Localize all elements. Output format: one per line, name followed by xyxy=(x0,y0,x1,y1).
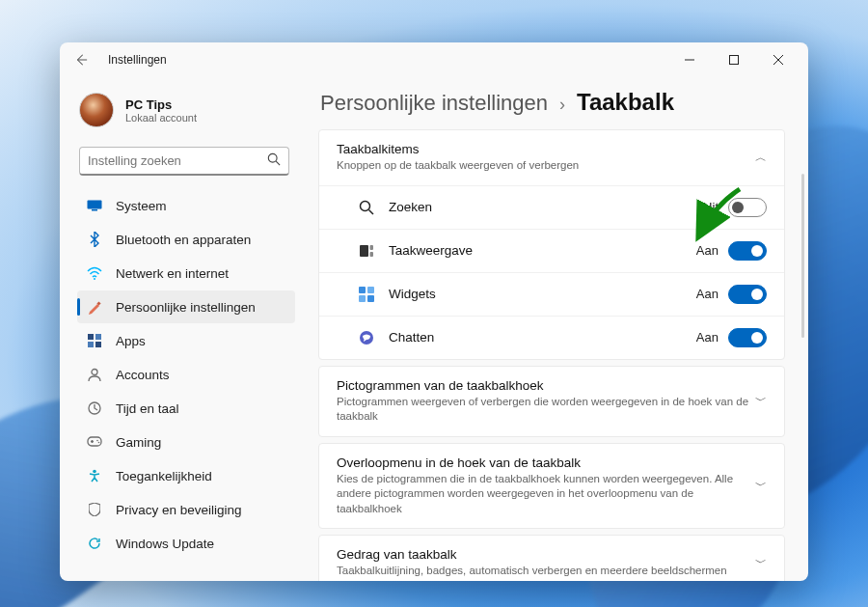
toggle-label: Widgets xyxy=(389,287,696,301)
section-title: Taakbalkitems xyxy=(337,142,755,156)
bluetooth-icon xyxy=(87,232,102,247)
svg-line-5 xyxy=(276,161,280,165)
nav-item-time[interactable]: Tijd en taal xyxy=(77,392,295,425)
section-header-corner-icons[interactable]: Pictogrammen van de taakbalkhoek Pictogr… xyxy=(319,367,784,436)
maximize-icon xyxy=(729,55,739,65)
side-panel: PC Tips Lokaal account SysteemBluetooth … xyxy=(60,77,303,581)
nav-item-personalization[interactable]: Persoonlijke instellingen xyxy=(77,290,295,323)
chevron-up-icon: ︿ xyxy=(755,150,767,166)
nav-item-gaming[interactable]: Gaming xyxy=(77,426,295,458)
back-button[interactable] xyxy=(68,46,95,73)
toggle-label: Taakweergave xyxy=(389,243,696,258)
svg-point-4 xyxy=(268,153,277,162)
nav-item-label: Gaming xyxy=(116,435,161,450)
chat-icon xyxy=(358,329,375,346)
profile-block[interactable]: PC Tips Lokaal account xyxy=(77,85,295,143)
chevron-right-icon: › xyxy=(559,95,565,115)
profile-name: PC Tips xyxy=(125,97,197,112)
svg-rect-6 xyxy=(88,201,102,209)
toggle-row-chat: Chatten Aan xyxy=(319,316,784,359)
nav-item-accounts[interactable]: Accounts xyxy=(77,358,295,391)
toggle-state-text: Aan xyxy=(696,330,719,345)
toggle-state-text: Uit xyxy=(703,200,719,214)
breadcrumb-parent[interactable]: Persoonlijke instellingen xyxy=(320,91,548,116)
nav-item-accessibility[interactable]: Toegankelijkheid xyxy=(77,459,295,492)
svg-rect-25 xyxy=(359,287,366,293)
personalization-icon xyxy=(87,299,102,315)
nav-list: SysteemBluetooth en apparatenNetwerk en … xyxy=(77,189,295,560)
content-area: Persoonlijke instellingen › Taakbalk Taa… xyxy=(303,77,808,581)
section-title: Pictogrammen van de taakbalkhoek xyxy=(337,378,755,393)
nav-item-bluetooth[interactable]: Bluetooth en apparaten xyxy=(77,223,295,256)
section-header-behavior[interactable]: Gedrag van taakbalk Taakbalkuitlijning, … xyxy=(319,536,784,581)
svg-point-17 xyxy=(96,440,98,442)
toggle-state-text: Aan xyxy=(696,243,719,258)
nav-item-label: Accounts xyxy=(116,368,170,382)
nav-item-network[interactable]: Netwerk en internet xyxy=(77,257,295,290)
nav-item-privacy[interactable]: Privacy en beveiliging xyxy=(77,493,295,526)
toggle-label: Chatten xyxy=(389,330,696,345)
minimize-button[interactable] xyxy=(667,42,712,77)
svg-rect-26 xyxy=(367,287,374,293)
search-input[interactable] xyxy=(88,153,267,168)
nav-item-label: Netwerk en internet xyxy=(116,266,229,281)
toggle-row-widgets: Widgets Aan xyxy=(319,272,784,316)
chevron-down-icon: ﹀ xyxy=(755,478,767,494)
svg-rect-7 xyxy=(92,209,97,211)
profile-subtitle: Lokaal account xyxy=(125,112,197,124)
section-title: Gedrag van taakbalk xyxy=(337,547,755,562)
scrollbar[interactable] xyxy=(801,174,804,338)
section-overflow: Overloopmenu in de hoek van de taakbalk … xyxy=(318,443,785,530)
privacy-icon xyxy=(87,502,102,517)
titlebar: Instellingen xyxy=(60,42,808,77)
svg-rect-11 xyxy=(95,334,101,340)
svg-rect-1 xyxy=(730,56,739,65)
svg-point-20 xyxy=(361,201,370,210)
svg-rect-28 xyxy=(367,295,374,302)
section-subtitle: Knoppen op de taakbalk weergeven of verb… xyxy=(337,158,755,174)
svg-point-14 xyxy=(92,370,97,375)
section-title: Overloopmenu in de hoek van de taakbalk xyxy=(337,455,755,470)
taskview-icon xyxy=(358,242,375,260)
svg-rect-10 xyxy=(88,334,94,340)
widgets-icon xyxy=(358,286,375,303)
toggle-switch-taskview[interactable] xyxy=(728,241,767,261)
breadcrumb: Persoonlijke instellingen › Taakbalk xyxy=(320,89,785,116)
nav-item-label: Bluetooth en apparaten xyxy=(116,233,251,247)
svg-rect-22 xyxy=(360,245,368,257)
nav-item-label: Tijd en taal xyxy=(116,401,179,416)
section-subtitle: Kies de pictogrammen die in de taakbalkh… xyxy=(337,472,755,517)
search-box[interactable] xyxy=(79,147,289,176)
section-corner-icons: Pictogrammen van de taakbalkhoek Pictogr… xyxy=(318,366,785,437)
section-behavior: Gedrag van taakbalk Taakbalkuitlijning, … xyxy=(318,535,785,581)
nav-item-label: Persoonlijke instellingen xyxy=(116,300,256,315)
toggle-switch-widgets[interactable] xyxy=(728,285,767,304)
svg-line-21 xyxy=(369,209,374,214)
breadcrumb-current: Taakbalk xyxy=(577,89,674,116)
svg-point-18 xyxy=(98,442,100,444)
minimize-icon xyxy=(685,55,694,65)
nav-item-system[interactable]: Systeem xyxy=(77,189,295,222)
svg-point-8 xyxy=(94,278,95,280)
toggle-switch-search[interactable] xyxy=(728,198,767,217)
toggle-row-search: Zoeken Uit xyxy=(319,185,784,229)
section-taskbar-items: Taakbalkitems Knoppen op de taakbalk wee… xyxy=(318,129,785,360)
toggle-switch-chat[interactable] xyxy=(728,328,767,347)
nav-item-update[interactable]: Windows Update xyxy=(77,527,295,560)
nav-item-label: Privacy en beveiliging xyxy=(116,503,242,517)
search-icon xyxy=(267,152,281,169)
section-header-overflow[interactable]: Overloopmenu in de hoek van de taakbalk … xyxy=(319,444,784,529)
apps-icon xyxy=(87,333,102,348)
nav-item-apps[interactable]: Apps xyxy=(77,324,295,357)
update-icon xyxy=(87,536,102,551)
settings-window: Instellingen PC Tips Lokaal account Sy xyxy=(60,42,808,581)
maximize-button[interactable] xyxy=(712,42,756,77)
window-controls xyxy=(667,42,800,77)
nav-item-label: Windows Update xyxy=(116,537,214,551)
section-header-taskbar-items[interactable]: Taakbalkitems Knoppen op de taakbalk wee… xyxy=(319,130,784,185)
arrow-left-icon xyxy=(74,53,88,67)
section-subtitle: Taakbalkuitlijning, badges, automatisch … xyxy=(337,564,755,579)
close-button[interactable] xyxy=(756,42,800,77)
window-title: Instellingen xyxy=(108,53,667,67)
nav-item-label: Apps xyxy=(116,334,146,348)
